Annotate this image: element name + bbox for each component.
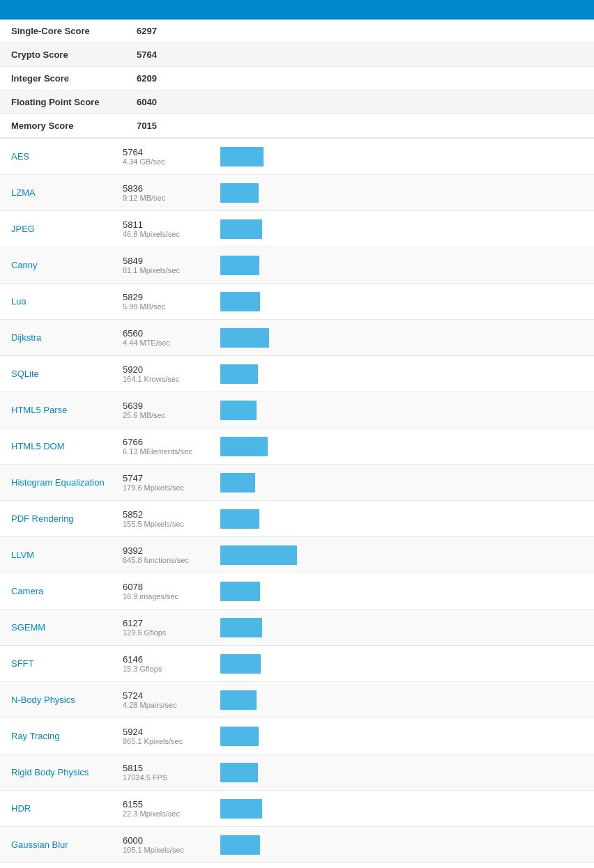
benchmark-bar-container bbox=[220, 437, 583, 456]
benchmark-main-score: 6000 bbox=[123, 835, 220, 846]
benchmark-name[interactable]: HDR bbox=[11, 803, 123, 814]
benchmark-main-score: 6078 bbox=[123, 582, 220, 592]
benchmark-name[interactable]: HTML5 Parse bbox=[11, 405, 123, 415]
page-header bbox=[0, 0, 594, 20]
benchmark-sub-score: 15.3 Gflops bbox=[123, 665, 220, 673]
benchmark-name[interactable]: Lua bbox=[11, 296, 123, 307]
summary-row: Crypto Score5764 bbox=[0, 43, 594, 67]
benchmark-sub-score: 81.1 Mpixels/sec bbox=[123, 266, 220, 274]
benchmark-sub-score: 865.1 Kpixels/sec bbox=[123, 737, 220, 745]
benchmark-bar bbox=[220, 654, 261, 674]
benchmark-main-score: 6155 bbox=[123, 799, 220, 809]
benchmark-main-score: 5639 bbox=[123, 401, 220, 411]
summary-row: Floating Point Score6040 bbox=[0, 91, 594, 114]
benchmark-name[interactable]: Gaussian Blur bbox=[11, 839, 123, 850]
benchmark-bar bbox=[220, 509, 259, 529]
summary-value: 5764 bbox=[137, 49, 157, 60]
benchmark-name[interactable]: HTML5 DOM bbox=[11, 441, 123, 451]
benchmark-sub-score: 22.3 Mpixels/sec bbox=[123, 809, 220, 818]
benchmark-name[interactable]: SGEMM bbox=[11, 622, 123, 633]
benchmark-scores: 563925.6 MB/sec bbox=[123, 401, 220, 419]
benchmark-bar bbox=[220, 328, 269, 348]
benchmark-bar-container bbox=[220, 328, 583, 348]
benchmark-bar bbox=[220, 618, 262, 637]
benchmark-name[interactable]: LLVM bbox=[11, 550, 123, 560]
benchmark-row: LZMA58369.12 MB/sec bbox=[0, 175, 594, 211]
summary-label: Integer Score bbox=[11, 73, 137, 84]
benchmark-row: SQLite5920164.1 Krows/sec bbox=[0, 356, 594, 392]
summary-section: Single-Core Score6297Crypto Score5764Int… bbox=[0, 20, 594, 139]
benchmark-scores: 5747179.6 Mpixels/sec bbox=[123, 473, 220, 492]
benchmark-sub-score: 4.28 Mpairs/sec bbox=[123, 701, 220, 709]
benchmark-scores: 9392645.8 functions/sec bbox=[123, 545, 220, 564]
benchmark-bar-container bbox=[220, 219, 583, 239]
benchmark-row: LLVM9392645.8 functions/sec bbox=[0, 537, 594, 573]
summary-label: Floating Point Score bbox=[11, 97, 137, 107]
benchmark-bar-container bbox=[220, 690, 583, 710]
benchmark-bar bbox=[220, 473, 255, 493]
benchmark-name[interactable]: SQLite bbox=[11, 369, 123, 379]
benchmark-name[interactable]: Dijkstra bbox=[11, 332, 123, 343]
benchmark-sub-score: 16.9 images/sec bbox=[123, 592, 220, 600]
benchmark-name[interactable]: Canny bbox=[11, 260, 123, 270]
benchmark-name[interactable]: LZMA bbox=[11, 187, 123, 198]
benchmark-sub-score: 105.1 Mpixels/sec bbox=[123, 846, 220, 854]
benchmark-bar bbox=[220, 364, 258, 384]
benchmark-name[interactable]: AES bbox=[11, 151, 123, 162]
summary-value: 6209 bbox=[137, 73, 157, 84]
benchmark-main-score: 6146 bbox=[123, 654, 220, 665]
summary-label: Crypto Score bbox=[11, 49, 137, 60]
summary-label: Single-Core Score bbox=[11, 26, 137, 36]
benchmark-row: SFFT614615.3 Gflops bbox=[0, 646, 594, 682]
summary-row: Integer Score6209 bbox=[0, 67, 594, 91]
benchmark-bar-container bbox=[220, 256, 583, 275]
benchmark-section: AES57644.34 GB/secLZMA58369.12 MB/secJPE… bbox=[0, 139, 594, 868]
benchmark-scores: 5920164.1 Krows/sec bbox=[123, 364, 220, 383]
benchmark-row: Dijkstra65604.44 MTE/sec bbox=[0, 320, 594, 356]
benchmark-row: Histogram Equalization5747179.6 Mpixels/… bbox=[0, 465, 594, 501]
benchmark-scores: 581517024.5 FPS bbox=[123, 763, 220, 782]
benchmark-row: HDR615522.3 Mpixels/sec bbox=[0, 791, 594, 827]
benchmark-main-score: 5920 bbox=[123, 364, 220, 375]
benchmark-bar-container bbox=[220, 654, 583, 674]
benchmark-bar-container bbox=[220, 727, 583, 746]
benchmark-bar bbox=[220, 183, 259, 203]
benchmark-name[interactable]: SFFT bbox=[11, 658, 123, 669]
benchmark-name[interactable]: Camera bbox=[11, 586, 123, 596]
benchmark-bar bbox=[220, 292, 260, 311]
benchmark-name[interactable]: JPEG bbox=[11, 224, 123, 234]
summary-value: 6297 bbox=[137, 26, 157, 36]
benchmark-bar-container bbox=[220, 835, 583, 855]
benchmark-scores: 607816.9 images/sec bbox=[123, 582, 220, 600]
benchmark-sub-score: 129.5 Gflops bbox=[123, 628, 220, 637]
benchmark-scores: 65604.44 MTE/sec bbox=[123, 328, 220, 347]
benchmark-name[interactable]: Histogram Equalization bbox=[11, 477, 123, 488]
benchmark-name[interactable]: PDF Rendering bbox=[11, 513, 123, 524]
benchmark-scores: 581146.8 Mpixels/sec bbox=[123, 219, 220, 238]
benchmark-bar-container bbox=[220, 545, 583, 565]
benchmark-main-score: 5815 bbox=[123, 763, 220, 773]
benchmark-bar bbox=[220, 545, 297, 565]
summary-label: Memory Score bbox=[11, 121, 137, 131]
benchmark-bar bbox=[220, 256, 259, 275]
benchmark-sub-score: 4.34 GB/sec bbox=[123, 157, 220, 166]
benchmark-name[interactable]: N-Body Physics bbox=[11, 695, 123, 705]
benchmark-main-score: 5829 bbox=[123, 292, 220, 302]
benchmark-name[interactable]: Ray Tracing bbox=[11, 731, 123, 741]
benchmark-sub-score: 4.44 MTE/sec bbox=[123, 339, 220, 347]
benchmark-row: Ray Tracing5924865.1 Kpixels/sec bbox=[0, 718, 594, 754]
benchmark-row: Speech Recognition670457.4 Words/sec bbox=[0, 863, 594, 868]
benchmark-bar bbox=[220, 401, 257, 420]
benchmark-bar bbox=[220, 799, 262, 819]
benchmark-main-score: 5849 bbox=[123, 256, 220, 266]
benchmark-row: Gaussian Blur6000105.1 Mpixels/sec bbox=[0, 827, 594, 863]
benchmark-main-score: 5764 bbox=[123, 147, 220, 157]
benchmark-row: JPEG581146.8 Mpixels/sec bbox=[0, 211, 594, 247]
benchmark-scores: 615522.3 Mpixels/sec bbox=[123, 799, 220, 818]
benchmark-scores: 5852155.5 Mpixels/sec bbox=[123, 509, 220, 528]
benchmark-sub-score: 46.8 Mpixels/sec bbox=[123, 230, 220, 238]
benchmark-name[interactable]: Rigid Body Physics bbox=[11, 767, 123, 777]
benchmark-row: PDF Rendering5852155.5 Mpixels/sec bbox=[0, 501, 594, 537]
benchmark-bar-container bbox=[220, 509, 583, 529]
benchmark-row: HTML5 Parse563925.6 MB/sec bbox=[0, 392, 594, 428]
